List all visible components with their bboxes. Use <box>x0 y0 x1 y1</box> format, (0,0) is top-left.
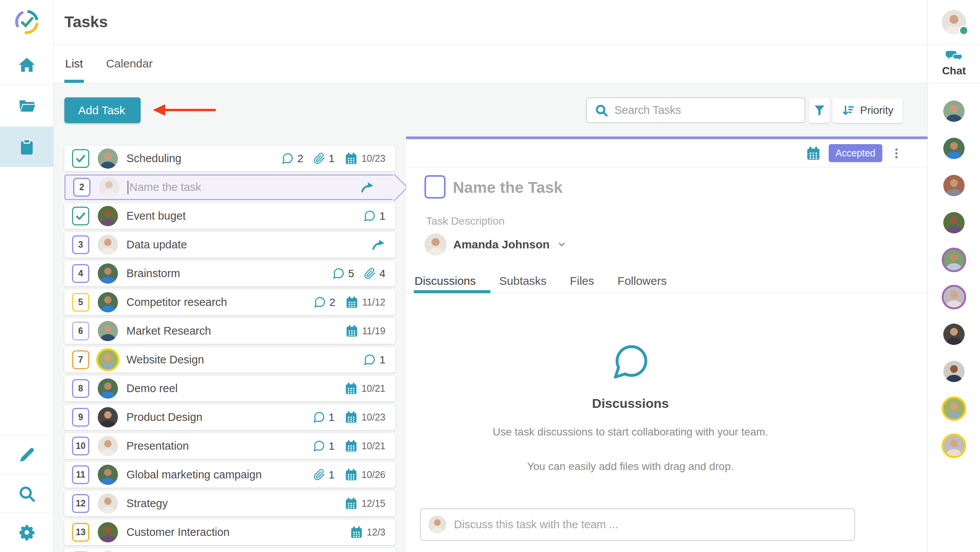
paperclip-icon <box>313 469 325 481</box>
priority-badge: 11 <box>72 465 89 484</box>
comment-icon <box>281 152 294 165</box>
sidebar-item-settings[interactable] <box>0 513 53 552</box>
detail-task-title-input[interactable]: Name the Task <box>453 179 562 197</box>
task-row[interactable]: 13Customer Interaction12/3 <box>64 519 395 545</box>
calendar-icon <box>344 497 358 510</box>
task-checkbox-checked[interactable] <box>72 149 89 168</box>
task-row[interactable]: Scheduling2110/23 <box>64 146 395 171</box>
calendar-icon <box>344 411 358 424</box>
task-row[interactable]: 3Data update <box>64 232 395 258</box>
filter-button[interactable] <box>808 97 830 123</box>
due-date: 10/26 <box>361 469 385 480</box>
online-status-dot <box>959 26 969 35</box>
team-member-avatar[interactable] <box>943 175 965 196</box>
priority-badge: 13 <box>72 523 89 542</box>
sidebar-item-projects[interactable] <box>0 85 53 127</box>
task-title: Market Research <box>126 325 337 337</box>
task-row[interactable]: 5Competitor research211/12 <box>64 289 395 315</box>
team-member-avatar[interactable] <box>943 435 965 457</box>
comment-input[interactable]: Discuss this task with the team ... <box>420 508 855 541</box>
calendar-icon <box>344 382 358 395</box>
task-row[interactable]: 10Presentation110/21 <box>64 433 395 459</box>
chevron-down-icon <box>557 240 566 249</box>
chat-button[interactable]: Chat <box>928 44 980 83</box>
chat-label: Chat <box>942 65 966 77</box>
assign-arrow-icon[interactable] <box>360 180 374 194</box>
page-title: Tasks <box>64 13 108 31</box>
due-date-indicator: 10/21 <box>344 439 385 453</box>
comments-count: 2 <box>297 153 303 165</box>
team-member-avatar[interactable] <box>943 324 965 345</box>
task-row[interactable]: 11Global marketing campaign110/26 <box>64 462 395 488</box>
task-row[interactable]: 2Name the task <box>64 174 395 200</box>
assignee-dropdown[interactable]: Amanda Johnson <box>424 233 566 256</box>
task-list: Scheduling2110/232Name the taskEvent bug… <box>54 136 406 552</box>
empty-state-line2: You can easily add files with drag and d… <box>462 458 799 475</box>
view-tabbar: ListCalendar <box>54 44 928 83</box>
status-badge[interactable]: Accepted <box>829 144 882 162</box>
task-row[interactable]: 6Market Research11/19 <box>64 318 395 344</box>
detail-task-description-input[interactable]: Task Description <box>426 215 505 227</box>
sidebar-item-notes[interactable] <box>0 435 53 474</box>
comments-indicator: 2 <box>281 152 303 165</box>
priority-badge: 4 <box>72 264 89 283</box>
task-row[interactable]: Event buget1 <box>64 203 395 229</box>
sidebar-item-search[interactable] <box>0 474 53 513</box>
attachments-indicator: 4 <box>364 268 385 280</box>
task-row[interactable]: 9Product Design110/23 <box>64 404 395 430</box>
current-user-avatar <box>428 516 446 534</box>
task-row[interactable]: 7Website Design1 <box>64 347 395 373</box>
team-member-avatar[interactable] <box>943 100 965 122</box>
due-date: 10/21 <box>361 440 385 452</box>
priority-badge: 7 <box>72 350 89 369</box>
tab-list[interactable]: List <box>65 44 83 83</box>
detail-tab-files[interactable]: Files <box>570 274 594 288</box>
kebab-menu-icon[interactable] <box>890 147 903 160</box>
team-member-avatar[interactable] <box>943 361 965 382</box>
priority-badge: 3 <box>72 235 89 254</box>
task-meta <box>371 238 385 252</box>
team-member-avatar[interactable] <box>943 286 965 308</box>
comment-icon <box>313 440 325 452</box>
detail-task-checkbox[interactable] <box>424 175 446 199</box>
team-member-avatar[interactable] <box>943 398 965 419</box>
sidebar-item-home[interactable] <box>0 44 53 85</box>
due-date: 10/23 <box>361 153 385 164</box>
task-detail-panel: Accepted Name the Task Task Description … <box>406 136 928 552</box>
calendar-icon[interactable] <box>806 146 821 161</box>
task-meta: 10/21 <box>344 382 385 395</box>
team-member-avatar[interactable] <box>943 212 965 233</box>
assignee-avatar <box>98 407 118 427</box>
funnel-icon <box>813 104 826 117</box>
due-date: 10/23 <box>361 412 385 423</box>
clipboard-icon <box>18 138 36 156</box>
add-task-button[interactable]: Add Task <box>64 97 141 123</box>
detail-tab-followers[interactable]: Followers <box>618 274 667 288</box>
due-date: 10/21 <box>361 383 385 394</box>
task-row[interactable]: 14 <box>64 548 395 552</box>
task-name-input[interactable]: Name the task <box>128 181 352 194</box>
task-row[interactable]: 12Strategy12/15 <box>64 491 395 516</box>
assign-arrow-icon[interactable] <box>371 238 385 252</box>
task-row[interactable]: 4Brainstorm54 <box>64 261 395 286</box>
comments-indicator: 1 <box>313 440 335 452</box>
task-title: Competitor research <box>126 296 305 309</box>
task-title: Data update <box>126 238 363 251</box>
team-member-avatar[interactable] <box>943 249 965 271</box>
due-date: 12/3 <box>367 527 385 538</box>
task-row[interactable]: 8Demo reel10/21 <box>64 376 395 401</box>
active-tab-underline <box>414 290 490 293</box>
current-user-menu[interactable] <box>928 0 980 44</box>
team-member-avatar[interactable] <box>943 138 965 159</box>
sidebar-item-tasks[interactable] <box>0 127 53 167</box>
task-meta <box>360 180 384 194</box>
detail-tab-discussions[interactable]: Discussions <box>415 274 476 288</box>
detail-tab-subtasks[interactable]: Subtasks <box>499 274 546 288</box>
tab-calendar[interactable]: Calendar <box>106 44 153 83</box>
due-date-indicator: 11/19 <box>345 324 385 338</box>
sort-priority-button[interactable]: Priority <box>832 97 903 123</box>
due-date-indicator: 12/15 <box>344 497 385 510</box>
search-tasks-input[interactable] <box>615 98 805 122</box>
app-logo[interactable] <box>0 0 53 44</box>
task-checkbox-checked[interactable] <box>72 207 89 225</box>
